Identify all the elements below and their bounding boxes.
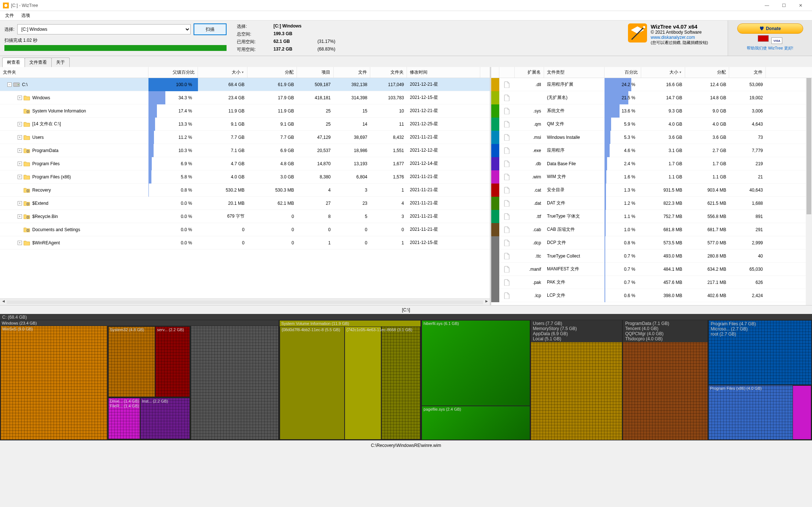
items-value: 25	[297, 108, 334, 114]
size-value: 7.1 GB	[198, 148, 247, 153]
ext-body[interactable]: .dll应用程序扩展24.2 %16.6 GB12.4 GB53,069(无扩展…	[491, 78, 812, 305]
col-ext-alloc[interactable]: 分配	[685, 67, 729, 78]
col-ext-icon[interactable]	[499, 67, 515, 78]
folder-name: System Volume Information	[32, 108, 86, 114]
col-ext-color[interactable]	[491, 67, 499, 78]
tree-row[interactable]: +$Recycle.Bin0.0 %679 字节08532021-11-21-星	[0, 210, 490, 223]
ext-size-value: 16.6 GB	[641, 82, 685, 87]
ext-row[interactable]: .cabCAB 压缩文件1.0 %681.8 MB681.7 MB291	[491, 223, 812, 236]
col-ext-files[interactable]: 文件	[729, 67, 766, 78]
col-filetype[interactable]: 文件类型	[544, 67, 605, 78]
tree-hscroll[interactable]: ◀ ▶	[0, 299, 490, 305]
expand-icon[interactable]: +	[18, 241, 22, 245]
ext-row[interactable]: .wimWIM 文件1.6 %1.1 GB1.1 GB21	[491, 170, 812, 184]
col-files[interactable]: 文件	[334, 67, 370, 78]
file-type-icon	[499, 200, 515, 207]
scan-button[interactable]: 扫描	[194, 23, 227, 35]
expand-icon[interactable]: +	[18, 135, 22, 140]
col-extension[interactable]: 扩展名	[515, 67, 544, 78]
tab-tree-view[interactable]: 树查看	[2, 58, 25, 67]
donate-help-text[interactable]: 帮助我们使 WizTree 更好!	[731, 45, 809, 51]
pct-value: 0.0 %	[151, 236, 195, 249]
col-ext-size[interactable]: 大小▼	[641, 67, 685, 78]
ext-row[interactable]: .msiWindows Installe5.3 %3.6 GB3.6 GB73	[491, 131, 812, 144]
expand-icon[interactable]: +	[18, 201, 22, 206]
scroll-left-icon[interactable]: ◀	[0, 299, 7, 305]
files-value: 314,398	[334, 95, 370, 100]
expand-icon[interactable]: +	[18, 96, 22, 100]
tree-row[interactable]: +[14 文件在 C:\]13.3 %9.1 GB9.1 GB251411202…	[0, 118, 490, 131]
scroll-thumb[interactable]	[807, 78, 811, 214]
tree-row[interactable]: −C:\100.0 %68.4 GB61.9 GB509,187392,1381…	[0, 78, 490, 91]
tree-row[interactable]: Recovery0.8 %530.2 MB530.3 MB4312021-11-…	[0, 184, 490, 197]
expand-icon[interactable]: +	[18, 214, 22, 219]
tab-file-view[interactable]: 文件查看	[25, 58, 52, 67]
col-allocated[interactable]: 分配	[247, 67, 297, 78]
scroll-track[interactable]	[7, 300, 483, 304]
items-value: 47,129	[297, 135, 334, 140]
type-value: MANIFEST 文件	[544, 266, 605, 272]
ext-pct-value: 0.7 %	[607, 249, 638, 263]
ext-row[interactable]: .cat安全目录1.3 %931.5 MB903.4 MB40,643	[491, 184, 812, 197]
minimize-button[interactable]: —	[758, 0, 775, 11]
ext-row[interactable]: .ttfTrueType 字体文1.1 %752.7 MB556.8 MB891	[491, 210, 812, 223]
expand-icon[interactable]: +	[18, 175, 22, 179]
tree-row[interactable]: +$WinREAgent0.0 %001012021-12-15-星	[0, 236, 490, 249]
close-button[interactable]: ✕	[792, 0, 809, 11]
col-items[interactable]: 项目	[297, 67, 334, 78]
ext-vscroll[interactable]	[806, 78, 812, 305]
drive-select[interactable]: [C:] Windows	[17, 24, 191, 34]
tree-row[interactable]: +Program Files6.9 %4.7 GB4.8 GB14,87013,…	[0, 157, 490, 170]
ext-pct-value: 0.8 %	[607, 236, 638, 249]
treemap[interactable]: C: (68.4 GB) Windows (23.4 GB) WinSxS (9…	[0, 314, 812, 440]
tree-row[interactable]: System Volume Information17.4 %11.9 GB11…	[0, 104, 490, 118]
maximize-button[interactable]: ☐	[775, 0, 792, 11]
ext-row[interactable]: .manifMANIFEST 文件0.7 %484.1 MB634.2 MB65…	[491, 263, 812, 276]
type-value: 安全目录	[544, 187, 605, 193]
ext-row[interactable]: .qmQM 文件5.9 %4.0 GB4.0 GB4,643	[491, 118, 812, 131]
ext-files-value: 53,069	[729, 82, 766, 87]
ext-row[interactable]: .dll应用程序扩展24.2 %16.6 GB12.4 GB53,069	[491, 78, 812, 91]
tree-body[interactable]: −C:\100.0 %68.4 GB61.9 GB509,187392,1381…	[0, 78, 490, 299]
tree-row[interactable]: +Windows34.3 %23.4 GB17.9 GB418,181314,3…	[0, 91, 490, 104]
file-type-icon	[499, 266, 515, 273]
tree-row[interactable]: +ProgramData10.3 %7.1 GB6.9 GB20,53718,9…	[0, 144, 490, 157]
tm-label-drive: Drive... (1.4 GB)	[110, 399, 139, 403]
col-parent-pct[interactable]: 父级百分比	[148, 67, 198, 78]
brand-url[interactable]: www.diskanalyzer.com	[651, 35, 725, 40]
ext-row[interactable]: .dbData Base File2.4 %1.7 GB1.7 GB219	[491, 157, 812, 170]
ext-files-value: 40	[729, 253, 766, 259]
ext-row[interactable]: .dcpDCP 文件0.8 %573.5 MB577.0 MB2,999	[491, 236, 812, 249]
ext-row[interactable]: .lcpLCP 文件0.6 %398.0 MB402.6 MB2,424	[491, 289, 812, 302]
expand-icon[interactable]: +	[18, 122, 22, 126]
folder-name: Program Files	[32, 161, 60, 166]
col-ext-pct[interactable]: 百分比	[605, 67, 641, 78]
tree-row[interactable]: +$Extend0.0 %20.1 MB62.1 MB272342021-11-…	[0, 197, 490, 210]
col-folder[interactable]: 文件夹	[0, 67, 148, 78]
col-size[interactable]: 大小▼	[198, 67, 247, 78]
scroll-right-icon[interactable]: ▶	[483, 299, 490, 305]
size-value: 11.9 GB	[198, 108, 247, 114]
ext-row[interactable]: .datDAT 文件1.2 %822.3 MB621.5 MB1,688	[491, 197, 812, 210]
tree-row[interactable]: +Users11.2 %7.7 GB7.7 GB47,12938,6978,43…	[0, 131, 490, 144]
tab-about[interactable]: 关于	[51, 58, 70, 67]
tm-label-memorystory: MemoryStory (7.5 GB)	[533, 326, 577, 331]
donate-button[interactable]: Donate	[737, 23, 803, 34]
file-type-icon	[499, 95, 515, 101]
folders-value: 4	[370, 201, 407, 206]
expand-icon[interactable]: −	[7, 82, 12, 87]
expand-icon[interactable]: +	[18, 148, 22, 153]
alloc-value: 61.9 GB	[247, 82, 297, 87]
menu-options[interactable]: 选项	[18, 11, 34, 20]
ext-row[interactable]: .pakPAK 文件0.7 %457.6 MB217.1 MB626	[491, 276, 812, 289]
col-folders[interactable]: 文件夹	[370, 67, 407, 78]
menu-file[interactable]: 文件	[1, 11, 18, 20]
ext-row[interactable]: .ttcTrueType Collect0.7 %493.0 MB280.8 M…	[491, 249, 812, 263]
ext-row[interactable]: .exe应用程序4.6 %3.1 GB2.7 GB7,779	[491, 144, 812, 157]
tree-row[interactable]: Documents and Settings0.0 %000002021-11-…	[0, 223, 490, 236]
tree-row[interactable]: +Program Files (x86)5.8 %4.0 GB3.0 GB8,3…	[0, 170, 490, 184]
expand-icon[interactable]: +	[18, 162, 22, 166]
ext-row[interactable]: (无扩展名)21.5 %14.7 GB14.8 GB19,002	[491, 91, 812, 104]
col-modified[interactable]: 修改时间	[407, 67, 480, 78]
ext-row[interactable]: .sys系统文件13.6 %9.3 GB9.0 GB3,006	[491, 104, 812, 118]
